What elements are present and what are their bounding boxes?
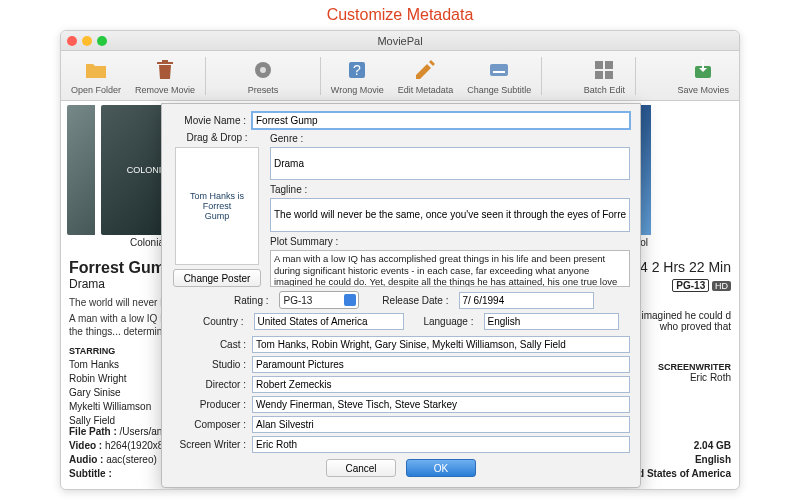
batch-icon: [591, 57, 617, 83]
genre-field[interactable]: [270, 147, 630, 180]
tagline-field[interactable]: [270, 198, 630, 231]
remove-movie-button[interactable]: Remove Movie: [129, 55, 201, 97]
app-title: MoviePal: [61, 35, 739, 47]
toolbar-separator: [541, 57, 542, 95]
svg-rect-9: [605, 71, 613, 79]
svg-rect-7: [605, 61, 613, 69]
save-movies-label: Save Movies: [678, 85, 730, 95]
tagline-label: Tagline :: [270, 184, 307, 195]
change-poster-button[interactable]: Change Poster: [173, 269, 262, 287]
svg-point-1: [260, 67, 266, 73]
trash-icon: [152, 57, 178, 83]
wrong-movie-label: Wrong Movie: [331, 85, 384, 95]
titlebar: MoviePal: [61, 31, 739, 51]
producer-field[interactable]: [252, 396, 630, 413]
edit-metadata-label: Edit Metadata: [398, 85, 454, 95]
rating-badge: PG-13: [672, 279, 709, 292]
pencil-icon: [412, 57, 438, 83]
presets-button[interactable]: Presets: [242, 55, 285, 97]
audio-value: aac(stereo): [106, 454, 157, 465]
country-field[interactable]: [254, 313, 404, 330]
presets-label: Presets: [248, 85, 279, 95]
director-field[interactable]: [252, 376, 630, 393]
producer-label: Producer :: [172, 399, 246, 410]
save-icon: [690, 57, 716, 83]
svg-text:?: ?: [353, 62, 361, 78]
composer-field[interactable]: [252, 416, 630, 433]
toolbar-separator: [205, 57, 206, 95]
content: COLONIAColonia Forrest GumpForrest Gump …: [61, 101, 739, 489]
metadata-editor-modal: Movie Name : Drag & Drop : Tom Hanks is …: [161, 103, 641, 488]
video-label: Video :: [69, 440, 102, 451]
batch-edit-button[interactable]: Batch Edit: [578, 55, 631, 97]
toolbar-separator: [635, 57, 636, 95]
subtitle-icon: [486, 57, 512, 83]
studio-field[interactable]: [252, 356, 630, 373]
director-label: Director :: [172, 379, 246, 390]
poster-thumb[interactable]: [67, 105, 95, 247]
language-label: Language :: [414, 316, 474, 327]
edit-metadata-button[interactable]: Edit Metadata: [392, 55, 460, 97]
language-field[interactable]: [484, 313, 619, 330]
save-movies-button[interactable]: Save Movies: [672, 55, 736, 97]
starring-list: Tom Hanks Robin Wright Gary Sinise Mykel…: [69, 358, 151, 428]
cast-label: Cast :: [172, 339, 246, 350]
subtitle-label: Subtitle :: [69, 468, 112, 479]
rating-label: Rating :: [209, 295, 269, 306]
file-language: English: [695, 453, 731, 467]
audio-label: Audio :: [69, 454, 103, 465]
change-subtitle-label: Change Subtitle: [467, 85, 531, 95]
open-folder-label: Open Folder: [71, 85, 121, 95]
filepath-label: File Path :: [69, 426, 117, 437]
svg-rect-6: [595, 61, 603, 69]
hd-badge: HD: [712, 281, 731, 291]
page-heading: Customize Metadata: [0, 0, 800, 28]
question-icon: ?: [344, 57, 370, 83]
thumb-label: Colonia: [130, 237, 164, 248]
drag-drop-label: Drag & Drop :: [186, 132, 247, 143]
studio-label: Studio :: [172, 359, 246, 370]
filesize: 2.04 GB: [694, 439, 731, 453]
toolbar: Open Folder Remove Movie Presets ? Wrong…: [61, 51, 739, 101]
svg-rect-4: [490, 64, 508, 76]
plot-field[interactable]: A man with a low IQ has accomplished gre…: [270, 250, 630, 287]
batch-edit-label: Batch Edit: [584, 85, 625, 95]
app-window: MoviePal Open Folder Remove Movie Preset…: [60, 30, 740, 490]
plot-label: Plot Summary :: [270, 236, 338, 247]
change-subtitle-button[interactable]: Change Subtitle: [461, 55, 537, 97]
poster-dropzone[interactable]: Tom Hanks is Forrest Gump: [175, 147, 259, 265]
folder-icon: [83, 57, 109, 83]
starring-heading: STARRING: [69, 346, 151, 356]
wrong-movie-button[interactable]: ? Wrong Movie: [325, 55, 390, 97]
svg-rect-8: [595, 71, 603, 79]
open-folder-button[interactable]: Open Folder: [65, 55, 127, 97]
movie-name-field[interactable]: [252, 112, 630, 129]
rating-select[interactable]: PG-13: [279, 291, 359, 309]
cancel-button[interactable]: Cancel: [326, 459, 396, 477]
cast-field[interactable]: [252, 336, 630, 353]
country-label: Country :: [184, 316, 244, 327]
toolbar-separator: [320, 57, 321, 95]
ok-button[interactable]: OK: [406, 459, 476, 477]
screen-writer-label: Screen Writer :: [172, 439, 246, 450]
starring-block: STARRING Tom Hanks Robin Wright Gary Sin…: [69, 346, 151, 428]
genre-label: Genre :: [270, 133, 303, 144]
screen-writer-field[interactable]: [252, 436, 630, 453]
svg-rect-5: [493, 71, 505, 73]
gear-icon: [250, 57, 276, 83]
remove-movie-label: Remove Movie: [135, 85, 195, 95]
release-date-field[interactable]: [459, 292, 594, 309]
composer-label: Composer :: [172, 419, 246, 430]
movie-name-label: Movie Name :: [172, 115, 246, 126]
release-label: Release Date :: [369, 295, 449, 306]
